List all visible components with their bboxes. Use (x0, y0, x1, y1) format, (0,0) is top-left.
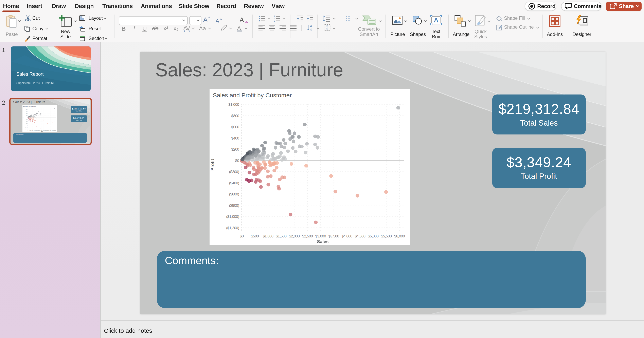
svg-text:$1,000: $1,000 (263, 234, 274, 238)
svg-text:$1,500: $1,500 (276, 234, 286, 238)
svg-text:Sales: Sales (41, 131, 43, 132)
svg-text:Profit: Profit (210, 159, 215, 170)
svg-text:$3,500: $3,500 (43, 130, 44, 131)
svg-text:$3,000: $3,000 (40, 130, 42, 131)
svg-text:Sales Report: Sales Report (16, 71, 44, 77)
svg-text:$1,000: $1,000 (31, 130, 33, 131)
svg-text:($1,200): ($1,200) (25, 128, 27, 129)
svg-text:$200: $200 (231, 147, 239, 151)
svg-text:$2,000: $2,000 (36, 130, 38, 131)
svg-text:$400: $400 (231, 136, 239, 140)
svg-text:$5,500: $5,500 (52, 130, 54, 131)
svg-text:$800: $800 (26, 109, 27, 110)
svg-text:($1,200): ($1,200) (226, 225, 239, 230)
svg-text:$0: $0 (27, 117, 28, 118)
svg-text:$400: $400 (26, 113, 27, 114)
svg-text:($200): ($200) (26, 119, 27, 120)
svg-text:$800: $800 (231, 114, 239, 118)
svg-text:$4,000: $4,000 (45, 130, 47, 131)
svg-text:$3,500: $3,500 (328, 234, 339, 238)
svg-text:$200: $200 (26, 115, 27, 116)
svg-text:$4,000: $4,000 (342, 234, 352, 238)
svg-text:Profit: Profit (22, 117, 23, 119)
svg-text:$1,000: $1,000 (26, 107, 27, 108)
svg-text:$500: $500 (29, 130, 31, 131)
svg-text:Sales: Sales (317, 239, 329, 244)
svg-text:($200): ($200) (229, 169, 239, 174)
svg-text:$1,500: $1,500 (34, 130, 36, 131)
svg-text:($400): ($400) (229, 181, 239, 185)
svg-text:($600): ($600) (229, 192, 239, 196)
svg-text:$600: $600 (26, 111, 27, 112)
svg-text:$600: $600 (231, 125, 239, 129)
svg-text:$2,000: $2,000 (289, 234, 300, 238)
svg-text:($1,000): ($1,000) (226, 214, 239, 218)
svg-text:$5,000: $5,000 (368, 234, 379, 238)
svg-text:($600): ($600) (26, 123, 27, 124)
svg-text:A: A (310, 24, 312, 28)
svg-text:$5,500: $5,500 (381, 234, 392, 238)
svg-text:($400): ($400) (26, 121, 27, 122)
svg-text:($800): ($800) (26, 125, 27, 125)
svg-text:Sales and Profit by Customer: Sales and Profit by Customer (213, 92, 292, 98)
svg-text:($800): ($800) (229, 203, 239, 207)
svg-text:$4,500: $4,500 (355, 234, 366, 238)
svg-text:$3,000: $3,000 (315, 234, 326, 238)
svg-text:$500: $500 (251, 234, 259, 238)
svg-text:Superstore | 2023 | Furniture: Superstore | 2023 | Furniture (16, 82, 54, 85)
svg-text:$1,000: $1,000 (228, 102, 239, 106)
svg-text:$4,500: $4,500 (47, 130, 49, 131)
svg-text:$6,000: $6,000 (54, 130, 56, 131)
svg-text:A: A (434, 16, 438, 24)
svg-text:$6,000: $6,000 (394, 234, 405, 238)
svg-text:($1,000): ($1,000) (25, 127, 27, 127)
svg-text:$0: $0 (240, 234, 244, 238)
svg-text:$5,000: $5,000 (49, 130, 51, 131)
svg-text:$0: $0 (235, 158, 239, 163)
svg-text:$2,500: $2,500 (302, 234, 313, 238)
svg-text:Sales and Profit by Customer: Sales and Profit by Customer (23, 105, 36, 107)
svg-text:$2,500: $2,500 (38, 130, 40, 131)
svg-text:$0: $0 (27, 130, 28, 131)
svg-text:3: 3 (274, 19, 275, 22)
